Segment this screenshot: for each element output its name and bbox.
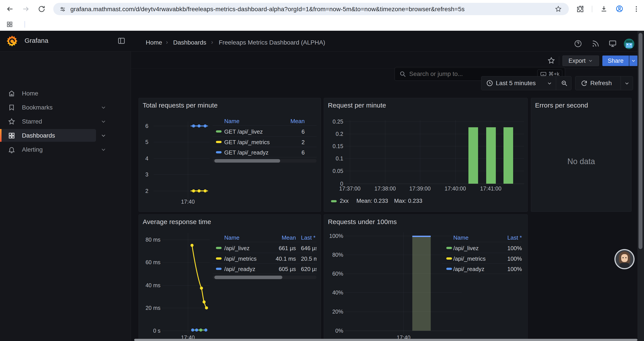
breadcrumb-dashboards[interactable]: Dashboards — [173, 39, 206, 46]
bar-2xx — [486, 127, 496, 184]
reload-icon[interactable] — [38, 5, 46, 14]
legend-series-mean: 6 — [252, 128, 305, 135]
sidebar-toggle-icon[interactable] — [118, 37, 126, 46]
share-menu-button[interactable] — [629, 56, 638, 66]
sidebar-active-indicator — [0, 129, 2, 142]
y-tick: 0% — [326, 327, 343, 334]
share-button[interactable]: Share — [602, 56, 629, 66]
export-button[interactable]: Export — [562, 56, 599, 66]
chevron-down-icon[interactable] — [100, 147, 106, 154]
legend-scrollbar-thumb[interactable] — [214, 159, 280, 163]
url-bar[interactable]: grafana.mathmast.com/d/deytv4rwavabkb/fr… — [53, 3, 569, 15]
picker-divider — [620, 76, 621, 90]
breadcrumb-separator: › — [211, 39, 213, 46]
search-input[interactable] — [409, 68, 491, 80]
y-tick: 0.15 — [326, 143, 343, 149]
legend-scrollbar-thumb[interactable] — [214, 276, 282, 279]
toolbar-separator — [592, 6, 592, 12]
subheader-separator — [131, 69, 644, 69]
sidebar-item-home[interactable]: Home — [22, 90, 38, 97]
legend-series-last: 20.5 ms — [301, 255, 316, 262]
time-range-label: Last 5 minutes — [496, 80, 536, 87]
no-data-message: No data — [531, 157, 631, 166]
assistant-avatar[interactable] — [614, 249, 634, 269]
share-label: Share — [608, 58, 624, 64]
x-tick: 17:41:00 — [473, 185, 508, 192]
legend-header-last[interactable]: Last * — [301, 234, 316, 241]
legend-header-name[interactable]: Name — [224, 234, 239, 241]
breadcrumb-home[interactable]: Home — [146, 39, 162, 46]
legend-header-last[interactable]: Last * — [478, 234, 522, 241]
panel-requests-under-100ms: Requests under 100ms 100% 80% 60% 40% 20… — [324, 214, 528, 341]
grafana-logo[interactable] — [6, 35, 18, 48]
refresh-button[interactable]: Refresh — [575, 76, 633, 90]
download-icon[interactable] — [600, 5, 608, 14]
dashboards-icon — [8, 132, 15, 140]
sidebar-item-alerting[interactable]: Alerting — [22, 146, 43, 153]
y-tick: 0.2 — [326, 131, 343, 137]
panel-request-per-minute: Request per minute 0.25 0.2 0.15 0.1 0.0… — [324, 98, 528, 212]
horizontal-scrollbar-thumb[interactable] — [134, 339, 638, 341]
series-swatch — [216, 130, 222, 133]
refresh-icon — [581, 80, 588, 88]
browser-toolbar: grafana.mathmast.com/d/deytv4rwavabkb/fr… — [0, 0, 644, 18]
legend-header-name[interactable]: Name — [224, 118, 239, 125]
panel-title[interactable]: Requests under 100ms — [328, 218, 397, 226]
forward-icon[interactable] — [22, 5, 30, 14]
series-swatch — [446, 257, 452, 260]
legend-table: Name Mean Last * /api/_livez 661 µs 646 … — [212, 232, 316, 284]
chevron-down-icon[interactable] — [624, 81, 630, 87]
chevron-down-icon — [631, 58, 636, 63]
legend-series-name[interactable]: 2xx — [340, 197, 348, 204]
breadcrumb-separator: › — [166, 39, 168, 46]
news-rss-icon[interactable] — [592, 40, 600, 49]
legend-series-last: 100% — [478, 245, 522, 252]
legend-table: Name Mean GET /api/_livez 6 GET /api/_me… — [212, 116, 316, 167]
browser-menu-icon[interactable] — [632, 5, 640, 14]
url-text[interactable]: grafana.mathmast.com/d/deytv4rwavabkb/fr… — [70, 6, 465, 13]
y-tick: 100% — [326, 233, 343, 239]
legend-header-mean[interactable]: Mean — [252, 118, 305, 125]
site-settings-icon[interactable] — [60, 6, 66, 14]
legend-series-name[interactable]: /api/_livez — [453, 245, 479, 252]
brand-name: Grafana — [24, 37, 48, 44]
panel-title[interactable]: Total requests per minute — [143, 102, 218, 109]
legend-series-mean: 661 µs — [248, 245, 296, 252]
favorite-star-icon[interactable] — [547, 57, 555, 65]
sidebar-item-dashboards[interactable]: Dashboards — [22, 132, 55, 139]
legend-header-mean[interactable]: Mean — [248, 234, 296, 241]
back-icon[interactable] — [6, 5, 14, 14]
apps-grid-icon[interactable] — [6, 21, 13, 29]
legend-header-name[interactable]: Name — [453, 234, 468, 241]
grafana-header: Grafana Home › Dashboards › Freeleaps Me… — [0, 31, 644, 52]
assistant-avatar-image — [616, 250, 634, 268]
monitor-icon[interactable] — [608, 40, 617, 49]
sidebar-item-bookmarks[interactable]: Bookmarks — [22, 104, 52, 111]
time-range-picker[interactable]: Last 5 minutes — [481, 76, 572, 90]
x-tick: 17:38:00 — [368, 185, 403, 192]
series-swatch — [446, 268, 452, 270]
chevron-down-icon — [547, 81, 552, 87]
help-icon[interactable] — [574, 40, 582, 49]
chevron-down-icon[interactable] — [100, 104, 106, 112]
legend-mean: Mean: 0.233 — [356, 197, 388, 204]
x-tick: 17:37:00 — [332, 185, 367, 192]
extensions-icon[interactable] — [576, 5, 584, 14]
series-swatch — [216, 268, 222, 270]
sidebar-item-starred[interactable]: Starred — [22, 118, 42, 125]
legend-max: Max: 0.233 — [394, 197, 422, 204]
page-scrollbar-thumb[interactable] — [638, 33, 642, 249]
user-avatar[interactable] — [624, 39, 634, 49]
zoom-out-icon[interactable] — [561, 80, 568, 88]
breadcrumb-current: Freeleaps Metrics Dashboard (ALPHA) — [219, 39, 325, 46]
legend-series-mean: 2 — [252, 139, 305, 146]
chevron-down-icon[interactable] — [100, 119, 106, 126]
chevron-down-icon[interactable] — [100, 133, 106, 140]
profile-icon[interactable] — [616, 5, 624, 14]
clock-icon — [486, 80, 493, 88]
panel-title[interactable]: Request per minute — [328, 102, 386, 109]
bookmark-star-icon[interactable] — [555, 6, 562, 14]
y-tick: 20% — [326, 308, 343, 315]
panel-title[interactable]: Errors per second — [535, 102, 588, 109]
legend-series-name[interactable]: /api/_livez — [224, 245, 250, 252]
